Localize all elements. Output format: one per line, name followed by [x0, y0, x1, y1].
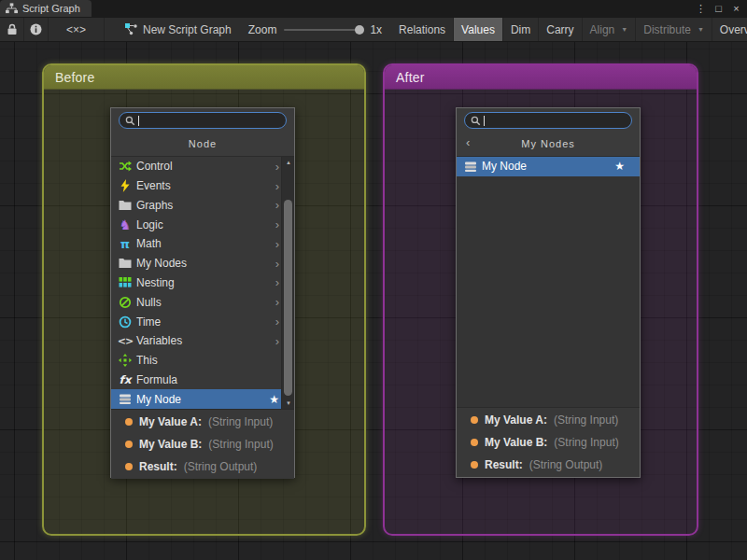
- relations-button[interactable]: Relations: [391, 18, 454, 41]
- finder-item-nesting[interactable]: Nesting ›: [111, 273, 294, 293]
- finder-option-list: Control › Events ›: [111, 157, 294, 409]
- distribute-dropdown[interactable]: Distribute ▼: [636, 18, 712, 41]
- port-type: (String Input): [208, 415, 273, 428]
- scroll-up-icon[interactable]: ▲: [282, 157, 295, 168]
- variables-icon: <>: [118, 334, 133, 348]
- values-label: Values: [461, 23, 495, 36]
- search-box[interactable]: [119, 112, 287, 129]
- finder-scrollbar[interactable]: ▲ ▼: [281, 157, 294, 409]
- dim-button[interactable]: Dim: [503, 18, 539, 41]
- finder-header: ‹ My Nodes: [457, 132, 640, 157]
- finder-item-math[interactable]: π Math ›: [111, 234, 294, 254]
- scroll-down-icon[interactable]: ▼: [282, 398, 295, 409]
- chevron-right-icon: ›: [275, 258, 279, 270]
- overview-label: Overview: [720, 23, 747, 36]
- port-dot-icon: [125, 463, 133, 470]
- chevron-right-icon: ›: [275, 296, 279, 308]
- finder-item-this[interactable]: This: [111, 351, 294, 371]
- new-script-graph-button[interactable]: New Script Graph: [118, 18, 239, 41]
- port-dot-icon: [125, 441, 133, 448]
- port-row: My Value B: (String Input): [457, 433, 640, 453]
- scrollbar-thumb[interactable]: [284, 200, 292, 396]
- search-icon: [471, 116, 481, 126]
- zoom-slider-knob[interactable]: [355, 25, 364, 35]
- script-graph-window: Script Graph ⋮ □ ×: [0, 0, 747, 560]
- new-script-graph-label: New Script Graph: [143, 23, 232, 36]
- port-name: My Value A:: [139, 415, 202, 428]
- group-before-header[interactable]: Before: [44, 65, 364, 90]
- relations-label: Relations: [399, 23, 445, 36]
- values-button[interactable]: Values: [454, 18, 503, 41]
- info-button[interactable]: [24, 18, 49, 41]
- maximize-button[interactable]: □: [712, 1, 726, 16]
- finder-empty-area: [457, 176, 640, 407]
- graph-canvas[interactable]: Before After: [0, 42, 747, 560]
- finder-item-logic[interactable]: ♞ Logic ›: [111, 215, 294, 234]
- port-dot-icon: [471, 439, 478, 446]
- finder-item-my-node[interactable]: My Node ★: [457, 157, 640, 176]
- close-button[interactable]: ×: [729, 1, 743, 16]
- favorite-star-icon[interactable]: ★: [614, 161, 625, 172]
- info-icon: [30, 23, 42, 35]
- chevron-down-icon: ▼: [621, 26, 627, 33]
- search-icon: [125, 116, 135, 126]
- chevron-right-icon: ›: [275, 218, 279, 231]
- finder-item-label: Graphs: [136, 199, 173, 212]
- search-box[interactable]: [464, 112, 632, 129]
- finder-item-label: Time: [136, 315, 161, 329]
- finder-item-label: My Node: [482, 160, 527, 173]
- time-icon: [118, 315, 133, 329]
- chevron-right-icon: ›: [275, 161, 279, 173]
- node-ports-preview: My Value A: (String Input) My Value B: (…: [457, 407, 640, 477]
- lock-icon: [7, 23, 18, 35]
- finder-item-variables[interactable]: <> Variables ›: [111, 331, 294, 351]
- favorite-star-icon[interactable]: ★: [269, 394, 279, 405]
- dim-label: Dim: [511, 23, 530, 36]
- finder-item-my-nodes[interactable]: My Nodes ›: [111, 254, 294, 273]
- finder-item-label: Nesting: [136, 276, 175, 289]
- align-dropdown[interactable]: Align ▼: [583, 18, 637, 41]
- toolbar-gap: [105, 18, 118, 41]
- port-dot-icon: [125, 418, 133, 426]
- finder-item-label: Control: [136, 160, 173, 173]
- search-row: [111, 108, 294, 132]
- finder-item-graphs[interactable]: Graphs ›: [111, 196, 294, 216]
- window-tab-bar: Script Graph ⋮ □ ×: [0, 0, 747, 17]
- group-before-title: Before: [55, 70, 94, 85]
- tab-script-graph[interactable]: Script Graph: [0, 0, 92, 17]
- control-icon: [118, 160, 133, 174]
- finder-item-nulls[interactable]: Nulls ›: [111, 292, 294, 312]
- port-row: Result: (String Output): [111, 457, 294, 477]
- search-input[interactable]: [142, 114, 280, 127]
- finder-item-control[interactable]: Control ›: [111, 157, 294, 176]
- finder-item-label: My Nodes: [136, 257, 187, 270]
- port-name: My Value A:: [485, 413, 547, 427]
- port-type: (String Output): [529, 458, 603, 471]
- lock-button[interactable]: [0, 18, 24, 41]
- carry-button[interactable]: Carry: [539, 18, 582, 41]
- fuzzy-finder-before: Node Control ›: [110, 107, 295, 478]
- overview-button[interactable]: Overview: [712, 18, 747, 41]
- group-after-header[interactable]: After: [385, 65, 697, 90]
- port-name: Result:: [485, 458, 523, 471]
- window-menu-button[interactable]: ⋮: [694, 1, 708, 16]
- finder-item-events[interactable]: Events ›: [111, 176, 294, 196]
- finder-item-label: This: [136, 354, 158, 367]
- finder-item-label: Math: [136, 237, 162, 250]
- finder-item-formula[interactable]: fx Formula: [111, 370, 294, 389]
- zoom-slider[interactable]: [284, 29, 362, 31]
- finder-item-time[interactable]: Time ›: [111, 312, 294, 331]
- edit-graph-button[interactable]: <×>: [49, 18, 105, 41]
- folder-icon: [118, 198, 133, 212]
- search-input[interactable]: [487, 114, 626, 127]
- back-arrow-icon[interactable]: ‹: [466, 135, 470, 149]
- port-row: My Value B: (String Input): [111, 435, 294, 455]
- node-graph-icon: [125, 23, 138, 35]
- port-type: (String Input): [554, 436, 618, 449]
- port-row: Result: (String Output): [457, 455, 640, 475]
- finder-item-label: My Node: [136, 393, 181, 406]
- port-row: My Value A: (String Input): [457, 411, 640, 430]
- finder-item-my-node[interactable]: My Node ★: [111, 389, 294, 409]
- text-cursor: [138, 116, 139, 126]
- finder-item-label: Variables: [136, 334, 182, 347]
